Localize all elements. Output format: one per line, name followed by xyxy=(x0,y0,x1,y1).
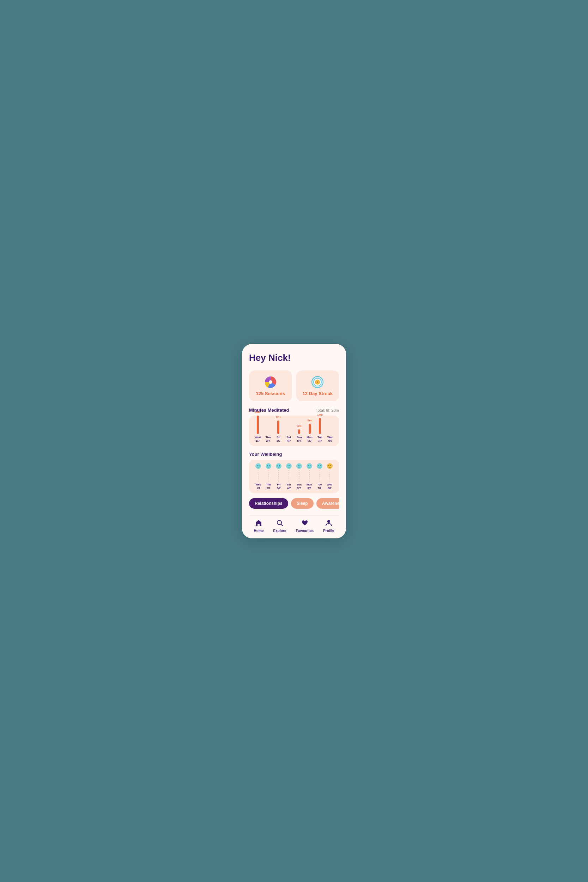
svg-point-32 xyxy=(328,465,329,466)
sessions-label: 125 Sessions xyxy=(256,391,285,396)
greeting: Hey Nick! xyxy=(249,352,339,363)
svg-point-17 xyxy=(290,465,290,466)
wellbeing-day-label: Tue7/7 xyxy=(317,483,322,490)
search-icon xyxy=(276,519,284,528)
wellbeing-col: Wed8/7 xyxy=(324,463,335,490)
tag-sleep[interactable]: Sleep xyxy=(291,498,314,509)
wellbeing-day-label: Wed8/7 xyxy=(327,483,333,490)
svg-point-1 xyxy=(269,380,272,384)
svg-point-9 xyxy=(266,463,271,468)
mood-emoji xyxy=(327,463,333,470)
bar-chart-area: 16mWed1/7Thu2/712mFri3/7Sat4/74mSun5/79m… xyxy=(249,416,339,446)
bar-day-label: Wed1/7 xyxy=(255,436,261,443)
tag-row: RelationshipsSleepAwarenessMind xyxy=(249,498,339,509)
bar-col: 12mFri3/7 xyxy=(273,420,284,443)
wellbeing-day-label: Wed1/7 xyxy=(256,483,261,490)
bar-day-label: Wed8/7 xyxy=(327,436,333,443)
svg-point-28 xyxy=(318,465,319,466)
dashed-line xyxy=(319,470,320,482)
mood-emoji xyxy=(296,463,302,470)
phone-card: Hey Nick! 125 Sessions xyxy=(242,344,346,538)
bar-col: Sat4/7 xyxy=(284,433,294,443)
mood-emoji xyxy=(255,463,261,470)
svg-point-36 xyxy=(327,520,330,523)
dashed-line xyxy=(268,470,269,482)
bar-top-label: 14m xyxy=(317,413,323,416)
wellbeing-header: Your Wellbeing xyxy=(249,452,339,457)
nav-item-explore[interactable]: Explore xyxy=(273,519,286,533)
mood-emoji xyxy=(266,463,271,470)
wellbeing-col: Tue7/7 xyxy=(314,463,324,490)
wellbeing-col: Wed1/7 xyxy=(253,463,264,490)
nav-label-explore: Explore xyxy=(273,529,286,533)
bar-day-label: Sun5/7 xyxy=(297,436,302,443)
svg-point-23 xyxy=(306,463,312,468)
dashed-line xyxy=(288,470,289,482)
svg-point-24 xyxy=(308,465,309,466)
wellbeing-title: Your Wellbeing xyxy=(249,452,282,457)
nav-item-favourites[interactable]: Favourites xyxy=(296,519,314,533)
bar xyxy=(277,420,279,434)
bar-top-label: 9m xyxy=(308,419,312,422)
bar-chart: 16mWed1/7Thu2/712mFri3/7Sat4/74mSun5/79m… xyxy=(252,418,336,443)
bar-day-label: Tue7/7 xyxy=(318,436,322,443)
wellbeing-day-label: Thu2/7 xyxy=(266,483,271,490)
wellbeing-chart: Wed1/7Thu2/7Fri3/7Sat4/7Sun5/7Mon6/7Tue7… xyxy=(252,463,336,490)
stats-row: 125 Sessions 12 Day Streak xyxy=(249,370,339,401)
mood-emoji xyxy=(317,463,322,470)
nav-item-home[interactable]: Home xyxy=(254,519,264,533)
bar xyxy=(298,429,300,434)
person-icon xyxy=(325,519,333,528)
home-icon xyxy=(255,519,262,528)
tag-awareness[interactable]: Awareness xyxy=(316,498,339,509)
tag-relationships[interactable]: Relationships xyxy=(249,498,288,509)
mood-emoji xyxy=(286,463,292,470)
nav-bar: HomeExploreFavouritesProfile xyxy=(249,515,339,533)
wellbeing-day-label: Sat4/7 xyxy=(287,483,291,490)
bar-col: 4mSun5/7 xyxy=(294,429,304,443)
svg-point-13 xyxy=(278,465,278,466)
mood-emoji xyxy=(306,463,312,470)
svg-point-20 xyxy=(298,465,298,466)
svg-point-27 xyxy=(317,463,322,468)
dashed-line xyxy=(278,470,279,482)
svg-point-12 xyxy=(276,463,282,468)
wellbeing-col: Sun5/7 xyxy=(294,463,304,490)
nav-item-profile[interactable]: Profile xyxy=(323,519,334,533)
svg-point-6 xyxy=(256,463,261,468)
svg-point-19 xyxy=(296,463,302,468)
bar-col: 14mTue7/7 xyxy=(315,418,325,443)
svg-point-33 xyxy=(330,465,331,466)
dashed-line xyxy=(309,470,310,482)
svg-point-15 xyxy=(286,463,292,468)
sessions-card[interactable]: 125 Sessions xyxy=(249,370,292,401)
minutes-total: Total: 6h 20m xyxy=(316,408,339,412)
dashed-line xyxy=(330,470,330,482)
streak-card[interactable]: 12 Day Streak xyxy=(296,370,339,401)
svg-point-25 xyxy=(310,465,310,466)
nav-label-home: Home xyxy=(254,529,264,533)
bar-col: Thu2/7 xyxy=(263,433,273,443)
svg-point-31 xyxy=(327,463,332,468)
target-icon xyxy=(311,375,324,389)
streak-label: 12 Day Streak xyxy=(303,391,333,396)
bar xyxy=(257,416,259,434)
bar-top-label: 16m xyxy=(255,411,261,414)
svg-point-14 xyxy=(279,465,280,466)
bar-top-label: 12m xyxy=(276,416,281,419)
bar-day-label: Mon6/7 xyxy=(306,436,312,443)
mood-emoji xyxy=(276,463,282,470)
svg-point-7 xyxy=(257,465,258,466)
svg-point-16 xyxy=(288,465,288,466)
bar xyxy=(309,424,311,434)
wellbeing-day-label: Sun5/7 xyxy=(297,483,302,490)
heart-icon xyxy=(301,519,309,528)
wellbeing-col: Fri3/7 xyxy=(274,463,284,490)
minutes-header: Minutes Meditated Total: 6h 20m xyxy=(249,408,339,413)
nav-label-favourites: Favourites xyxy=(296,529,314,533)
bar-col: Wed8/7 xyxy=(325,433,336,443)
wellbeing-day-label: Fri3/7 xyxy=(277,483,280,490)
pie-chart-icon xyxy=(264,375,277,389)
bar-day-label: Thu2/7 xyxy=(266,436,271,443)
bar-day-label: Sat4/7 xyxy=(287,436,291,443)
